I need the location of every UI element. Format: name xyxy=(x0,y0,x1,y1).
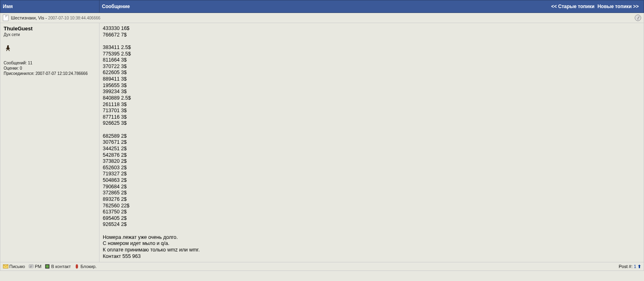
topic-title[interactable]: Шестизнаки xyxy=(11,15,36,20)
pm-label: PM xyxy=(35,264,42,269)
mail-icon xyxy=(3,264,8,269)
page-icon xyxy=(3,15,8,21)
avatar-icon xyxy=(4,44,13,53)
user-info-cell: ThuleGuest Дух сети Сообщений: 11 Оценки… xyxy=(0,23,100,262)
topic-author[interactable]: Vis xyxy=(38,15,44,20)
ratings-count: 0 xyxy=(20,66,22,70)
mail-label: Письмо xyxy=(9,264,25,269)
col-header-name: Имя xyxy=(0,0,100,13)
username[interactable]: ThuleGuest xyxy=(4,26,96,32)
clock-icon[interactable] xyxy=(635,15,641,21)
post-number-label: Post #: xyxy=(619,264,633,269)
message-body: 433330 16$ 766672 7$ 383411 2.5$ 775395 … xyxy=(100,23,644,262)
posts-label: Сообщений: xyxy=(4,61,27,65)
pm-icon xyxy=(28,264,34,269)
posts-count: 11 xyxy=(28,61,32,65)
block-button[interactable]: Блокир. xyxy=(74,264,97,269)
block-icon xyxy=(74,264,80,269)
contact-label: В контакт xyxy=(51,264,71,269)
pm-button[interactable]: PM xyxy=(28,264,42,269)
contact-icon xyxy=(44,264,50,269)
scroll-top-icon[interactable]: ⬆ xyxy=(638,264,641,269)
newer-topics-link[interactable]: Новые топики >> xyxy=(597,4,639,9)
col-header-message: Сообщение << Старые топики Новые топики … xyxy=(100,0,644,13)
ratings-label: Оценки: xyxy=(4,66,19,70)
post-number-link[interactable]: 1 xyxy=(634,264,636,269)
joined-date: 2007-07-07 12:10:24.786666 xyxy=(36,71,88,76)
topic-date: 2007-07-10 10:38:44.406666 xyxy=(48,16,100,20)
contact-button[interactable]: В контакт xyxy=(44,264,71,269)
col-header-message-text: Сообщение xyxy=(102,4,130,9)
user-title: Дух сети xyxy=(4,32,96,37)
block-label: Блокир. xyxy=(80,264,97,269)
mail-button[interactable]: Письмо xyxy=(3,264,25,269)
joined-label: Присоединился: xyxy=(4,71,34,76)
older-topics-link[interactable]: << Старые топики xyxy=(551,4,594,9)
